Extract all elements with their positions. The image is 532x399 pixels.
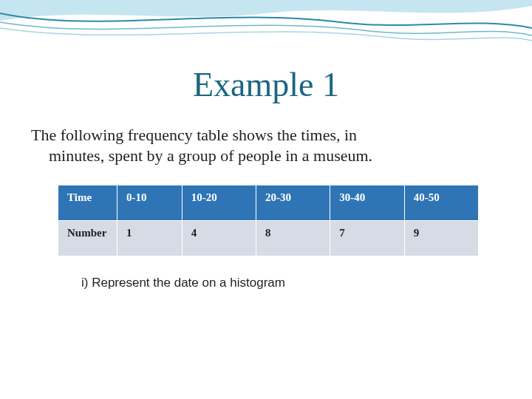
number-cell: 4 xyxy=(182,221,256,256)
slide-title: Example 1 xyxy=(0,65,532,104)
number-cell: 1 xyxy=(117,221,183,256)
row-label-time: Time xyxy=(58,185,117,221)
time-cell: 0-10 xyxy=(117,185,183,221)
number-cell: 8 xyxy=(256,221,330,256)
wave-decoration xyxy=(0,0,532,52)
row-label-number: Number xyxy=(58,221,117,256)
time-cell: 20-30 xyxy=(256,185,330,221)
time-cell: 40-50 xyxy=(404,185,478,221)
number-cell: 9 xyxy=(404,221,478,256)
time-cell: 10-20 xyxy=(182,185,256,221)
instruction-text: i) Represent the date on a histogram xyxy=(81,276,532,290)
time-cell: 30-40 xyxy=(330,185,404,221)
body-text: The following frequency table shows the … xyxy=(31,125,501,166)
frequency-table: Time 0-10 10-20 20-30 30-40 40-50 Number… xyxy=(58,185,479,256)
number-cell: 7 xyxy=(330,221,404,256)
body-line1: The following frequency table shows the … xyxy=(31,126,357,144)
table-row: Number 1 4 8 7 9 xyxy=(58,221,479,256)
body-line2: minutes, spent by a group of people in a… xyxy=(31,146,501,166)
table-row: Time 0-10 10-20 20-30 30-40 40-50 xyxy=(58,185,479,221)
